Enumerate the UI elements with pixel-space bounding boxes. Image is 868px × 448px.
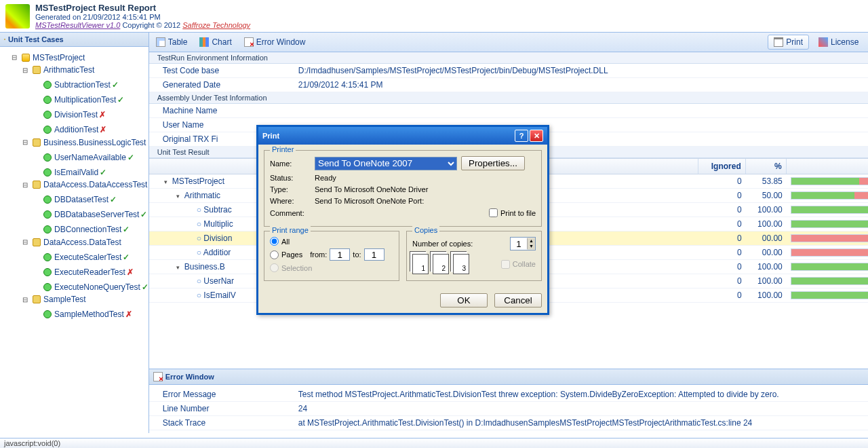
tree-node[interactable]: ⊟ArithmaticTest [11,64,149,77]
printer-group: Printer Name: Send To OneNote 2007 Prope… [264,150,542,227]
to-input[interactable] [364,248,384,261]
error-icon [244,37,254,47]
print-dialog-title[interactable]: Print ? ✕ [258,127,547,145]
tree-node[interactable]: ⊟DataAccess.DataTest [11,236,149,248]
tree-node[interactable]: ⊟SampleTest [11,293,149,306]
sidebar: Unit Test Cases ⊟MSTestProject⊟Arithmati… [0,33,149,433]
tree-node[interactable]: MultiplicationTest✓ [11,91,149,106]
app-header: MSTestProject Result Report Generated on… [0,0,868,33]
app-title: MSTestProject Result Report [35,3,250,13]
collate-illustration: 123 Collate [412,254,536,274]
tree-node[interactable]: ⊟Business.BusinessLogicTest [11,136,149,149]
print-button[interactable]: Print [768,35,809,50]
aut-section: Assembly Under Test Information [149,92,868,104]
spinner-up-icon: ▲ [528,238,535,244]
table-button[interactable]: Table [153,36,191,48]
license-icon [818,37,828,47]
env-section: TestRun Environment Information [149,52,868,64]
tree-node[interactable]: ExecuteScalerTest✓ [11,248,149,263]
error-window-button[interactable]: Error Window [241,36,309,48]
collate-checkbox: Collate [501,254,536,274]
tree-node[interactable]: SubtractionTest✓ [11,76,149,91]
generated-line: Generated on 21/09/2012 4:15:41 PM [35,13,250,21]
dialog-close-button[interactable]: ✕ [530,130,543,142]
copies-group: Copies Number of copies: ▲▼ 123 Collate [406,231,542,281]
tree-node[interactable]: ⊟MSTestProject [11,51,149,64]
kv-row: Error MessageTest method MSTestProject.A… [149,388,868,402]
tree-node[interactable]: DivisionTest✗ [11,106,149,121]
tree-node[interactable]: AdditionTest✗ [11,121,149,136]
error-panel: Error Window Error MessageTest method MS… [149,369,868,433]
table-icon [156,37,165,47]
tree-node[interactable]: IsEmailValid✓ [11,164,149,179]
chart-icon [199,37,209,47]
product-link[interactable]: MSTestResultViewer v1.0 [35,21,120,29]
from-input[interactable] [330,248,350,261]
cancel-button[interactable]: Cancel [494,293,542,307]
tree-node[interactable]: DBConnectionTest✓ [11,221,149,236]
tree-node[interactable]: ExecuteNoneQueryTest✓ [11,278,149,293]
range-all-radio[interactable]: All [270,237,393,246]
sidebar-title: Unit Test Cases [0,33,149,47]
printer-select[interactable]: Send To OneNote 2007 [315,157,457,170]
status-bar: javascript:void(0) [0,438,868,448]
ok-button[interactable]: OK [440,293,488,307]
tree-node[interactable]: DBDatabaseServerTest✓ [11,206,149,221]
print-dialog: Print ? ✕ Printer Name: Send To OneNote … [256,125,549,315]
print-range-group: Print range All Pages from: to: Selectio… [264,231,399,281]
logo-icon [5,4,30,29]
range-pages-radio[interactable]: Pages from: to: [270,248,393,261]
dialog-help-button[interactable]: ? [515,130,528,142]
kv-row: Machine Name [149,104,868,118]
tree-node[interactable]: UserNameAvailable✓ [11,149,149,164]
kv-row: Stack Traceat MSTestProject.ArithmaticTe… [149,416,868,430]
print-icon [774,37,783,47]
copies-spinner[interactable]: ▲▼ [510,237,536,250]
kv-row: Generated Date21/09/2012 4:15:41 PM [149,78,868,92]
spinner-down-icon: ▼ [528,244,535,249]
company-link[interactable]: Saffroze Technology [182,21,250,29]
kv-row: Line Number24 [149,402,868,416]
error-icon [153,372,163,381]
toolbar: Table Chart Error Window Print License S… [149,33,868,52]
license-button[interactable]: License [816,35,861,50]
tree-node[interactable]: ExecuteReaderTest✗ [11,263,149,278]
tree-node[interactable]: DBDatasetTest✓ [11,191,149,206]
folder-icon [4,39,5,40]
unit-test-tree[interactable]: ⊟MSTestProject⊟ArithmaticTestSubtraction… [0,47,149,433]
chart-button[interactable]: Chart [197,36,234,48]
tree-node[interactable]: SampleMethodTest✗ [11,305,149,320]
print-to-file-checkbox[interactable]: Print to file [489,208,536,217]
tree-node[interactable]: ⊟DataAccess.DataAccessTest [11,179,149,191]
kv-row: Test Code baseD:/Imdadhusen/Samples/MSTe… [149,64,868,78]
range-selection-radio: Selection [270,263,393,272]
properties-button[interactable]: Properties... [461,156,525,170]
